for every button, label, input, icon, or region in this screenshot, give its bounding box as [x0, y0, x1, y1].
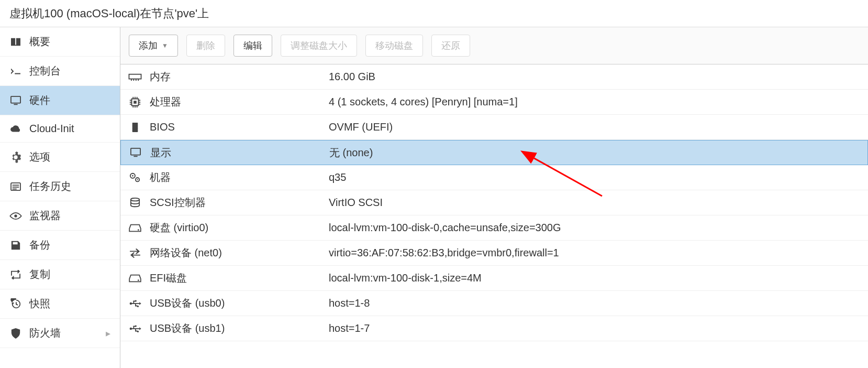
sidebar-item-9[interactable]: 快照: [0, 289, 120, 319]
hardware-key: EFI磁盘: [150, 271, 327, 285]
svg-rect-7: [129, 74, 141, 79]
sidebar-item-label: 备份: [29, 238, 50, 252]
hardware-row[interactable]: USB设备 (usb1)host=1-7: [120, 316, 868, 341]
svg-point-48: [130, 327, 132, 330]
hardware-value: virtio=36:AF:07:58:62:B3,bridge=vmbr0,fi…: [327, 247, 868, 259]
list-icon: [9, 182, 22, 191]
hardware-value: local-lvm:vm-100-disk-0,cache=unsafe,siz…: [327, 222, 868, 234]
hardware-row[interactable]: 内存16.00 GiB: [120, 64, 868, 90]
hardware-row[interactable]: 机器q35: [120, 165, 868, 190]
hdd-icon: [120, 274, 150, 283]
sidebar-item-5[interactable]: 任务历史: [0, 172, 120, 201]
svg-rect-0: [11, 96, 20, 103]
svg-rect-26: [132, 123, 138, 132]
sidebar-item-1[interactable]: 控制台: [0, 57, 120, 86]
sidebar-item-label: 硬件: [29, 93, 50, 107]
hardware-row[interactable]: EFI磁盘local-lvm:vm-100-disk-1,size=4M: [120, 266, 868, 291]
svg-rect-36: [133, 156, 137, 157]
svg-rect-46: [135, 300, 137, 301]
hardware-value: host=1-8: [327, 297, 868, 309]
history-icon: [9, 298, 22, 310]
terminal-icon: [9, 67, 22, 76]
remove-button[interactable]: 删除: [186, 35, 225, 57]
hardware-row[interactable]: 网络设备 (net0)virtio=36:AF:07:58:62:B3,brid…: [120, 241, 868, 266]
hardware-key: 内存: [150, 70, 327, 84]
floppy-icon: [9, 240, 22, 251]
sidebar-item-0[interactable]: 概要: [0, 27, 120, 57]
hardware-row[interactable]: 显示无 (none): [120, 140, 868, 165]
hardware-value: 16.00 GiB: [327, 71, 868, 83]
hardware-value: 4 (1 sockets, 4 cores) [Penryn] [numa=1]: [327, 96, 868, 108]
monitor-icon: [9, 95, 22, 106]
sidebar-item-3[interactable]: Cloud-Init: [0, 115, 120, 143]
hardware-value: VirtIO SCSI: [327, 197, 868, 209]
svg-point-42: [138, 229, 139, 231]
hardware-value: local-lvm:vm-100-disk-1,size=4M: [327, 272, 868, 284]
sidebar-item-label: 控制台: [29, 64, 61, 78]
monitor-icon: [121, 147, 150, 158]
revert-button[interactable]: 还原: [431, 35, 470, 57]
sidebar-item-label: 快照: [29, 297, 50, 311]
svg-point-41: [131, 198, 139, 200]
retweet-icon: [9, 270, 22, 279]
sidebar-item-label: 监视器: [29, 209, 61, 223]
memory-icon: [120, 73, 150, 81]
sidebar-item-label: Cloud-Init: [29, 123, 74, 135]
add-button-label: 添加: [139, 39, 158, 52]
svg-point-40: [137, 179, 138, 180]
main-layout: 概要控制台硬件Cloud-Init选项任务历史监视器备份复制快照防火墙▸ 添加 …: [0, 27, 868, 368]
edit-button-label: 编辑: [243, 39, 262, 52]
sidebar-item-8[interactable]: 复制: [0, 260, 120, 289]
svg-point-51: [137, 330, 139, 332]
hardware-value: q35: [327, 171, 868, 183]
sidebar-item-label: 任务历史: [29, 179, 71, 193]
hardware-value: host=1-7: [327, 322, 868, 334]
chip-icon: [120, 122, 150, 133]
move-disk-button-label: 移动磁盘: [375, 39, 413, 52]
hardware-key: 网络设备 (net0): [150, 246, 327, 260]
hardware-key: 处理器: [150, 95, 327, 109]
hardware-key: SCSI控制器: [150, 196, 327, 210]
hardware-row[interactable]: 硬盘 (virtio0)local-lvm:vm-100-disk-0,cach…: [120, 215, 868, 241]
sidebar-item-10[interactable]: 防火墙▸: [0, 319, 120, 348]
page-header: 虚拟机100 (macOS-local)在节点'pve'上: [0, 0, 868, 27]
page-title: 虚拟机100 (macOS-local)在节点'pve'上: [9, 6, 209, 21]
sidebar-item-label: 选项: [29, 150, 50, 164]
edit-button[interactable]: 编辑: [233, 35, 272, 57]
svg-point-6: [14, 214, 17, 217]
svg-rect-1: [14, 104, 17, 105]
sidebar-item-2[interactable]: 硬件: [0, 86, 120, 115]
book-icon: [9, 37, 22, 47]
hardware-key: 硬盘 (virtio0): [150, 221, 327, 235]
revert-button-label: 还原: [441, 39, 460, 52]
sidebar-item-4[interactable]: 选项: [0, 143, 120, 172]
sidebar: 概要控制台硬件Cloud-Init选项任务历史监视器备份复制快照防火墙▸: [0, 27, 120, 368]
hardware-row[interactable]: 处理器4 (1 sockets, 4 cores) [Penryn] [numa…: [120, 90, 868, 115]
sidebar-item-6[interactable]: 监视器: [0, 201, 120, 231]
resize-disk-button[interactable]: 调整磁盘大小: [281, 35, 357, 57]
move-disk-button[interactable]: 移动磁盘: [365, 35, 423, 57]
resize-disk-button-label: 调整磁盘大小: [291, 39, 347, 52]
svg-point-44: [130, 302, 132, 305]
chevron-right-icon: ▸: [106, 328, 110, 339]
sidebar-item-label: 概要: [29, 35, 50, 49]
usb-icon: [120, 324, 150, 333]
chevron-down-icon: ▼: [162, 42, 168, 49]
hardware-key: BIOS: [150, 121, 327, 133]
hardware-row[interactable]: SCSI控制器VirtIO SCSI: [120, 190, 868, 215]
toolbar: 添加 ▼ 删除 编辑 调整磁盘大小 移动磁盘 还原: [120, 27, 868, 64]
svg-rect-50: [135, 325, 137, 327]
hardware-row[interactable]: BIOSOVMF (UEFI): [120, 115, 868, 140]
svg-point-38: [132, 175, 133, 176]
cogs-icon: [120, 172, 150, 183]
net-icon: [120, 248, 150, 258]
hdd-icon: [120, 223, 150, 233]
cpu-icon: [120, 96, 150, 109]
gear-icon: [9, 151, 22, 163]
db-icon: [120, 197, 150, 209]
svg-rect-13: [133, 101, 137, 104]
hardware-row[interactable]: USB设备 (usb0)host=1-8: [120, 291, 868, 316]
hardware-key: USB设备 (usb0): [150, 296, 327, 310]
add-button[interactable]: 添加 ▼: [129, 35, 178, 57]
sidebar-item-7[interactable]: 备份: [0, 231, 120, 260]
